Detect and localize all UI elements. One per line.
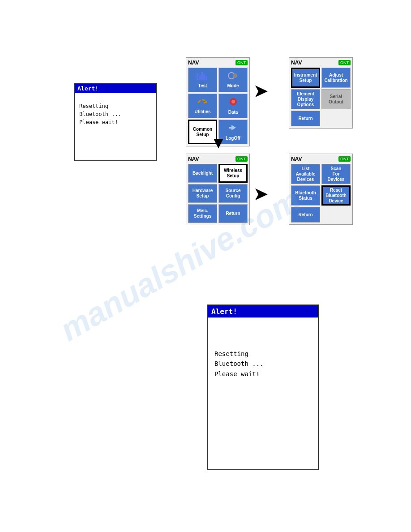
backlight-button[interactable]: Backlight xyxy=(188,164,217,183)
arrow-right-1: ➤ xyxy=(254,82,267,101)
misc-settings-label: Misc.Settings xyxy=(194,208,211,219)
test-button[interactable]: Test xyxy=(188,68,217,92)
alert-body-small: ResettingBluetooth ...Please wait! xyxy=(75,93,156,131)
list-available-devices-label: ListAvailableDevices xyxy=(296,166,316,182)
svg-rect-4 xyxy=(206,76,207,80)
svg-rect-13 xyxy=(229,127,234,129)
svg-point-12 xyxy=(231,100,235,103)
alert-body-large: ResettingBluetooth ...Please wait! xyxy=(208,317,318,383)
serial-output-button[interactable]: SerialOutput xyxy=(321,89,351,109)
adjust-calibration-label: AdjustCalibration xyxy=(324,73,347,83)
source-config-button[interactable]: SourceConfig xyxy=(218,184,248,203)
nav2-badge: ONT xyxy=(338,60,351,65)
test-label: Test xyxy=(198,83,207,89)
nav4-badge: ONT xyxy=(338,156,351,162)
nav1-label: NAV xyxy=(188,60,199,66)
nav3-label: NAV xyxy=(188,156,199,162)
nav-panel-3: NAV ONT Backlight WirelessSetup Hardware… xyxy=(186,154,250,225)
reset-bluetooth-device-button[interactable]: ResetBluetoothDevice xyxy=(321,185,351,206)
svg-rect-9 xyxy=(201,99,206,101)
svg-rect-0 xyxy=(197,73,198,80)
logoff-label: LogOff xyxy=(226,136,240,141)
data-label: Data xyxy=(228,110,238,115)
source-config-label: SourceConfig xyxy=(226,188,241,199)
element-display-options-button[interactable]: ElementDisplayOptions xyxy=(291,89,320,109)
instrument-setup-label: InstrumentSetup xyxy=(294,73,317,83)
svg-point-6 xyxy=(233,73,237,78)
bluetooth-status-button[interactable]: BluetoothStatus xyxy=(291,185,320,206)
arrow-right-2: ➤ xyxy=(254,185,267,204)
utilities-button[interactable]: Utilities xyxy=(188,94,217,118)
wireless-setup-button[interactable]: WirelessSetup xyxy=(218,164,248,183)
return4-label: Return xyxy=(298,212,313,218)
return4-button[interactable]: Return xyxy=(291,207,320,223)
nav2-label: NAV xyxy=(291,60,302,66)
return3-label: Return xyxy=(226,211,240,216)
element-display-options-label: ElementDisplayOptions xyxy=(297,91,314,107)
hardware-setup-label: HardwareSetup xyxy=(193,188,213,199)
backlight-label: Backlight xyxy=(193,171,213,176)
mode-button[interactable]: Mode xyxy=(218,68,248,92)
instrument-setup-button[interactable]: InstrumentSetup xyxy=(291,68,320,88)
reset-bluetooth-device-label: ResetBluetoothDevice xyxy=(325,188,347,204)
hardware-setup-button[interactable]: HardwareSetup xyxy=(188,184,217,203)
nav4-label: NAV xyxy=(291,156,302,162)
return2-button[interactable]: Return xyxy=(291,111,320,126)
list-available-devices-button[interactable]: ListAvailableDevices xyxy=(291,164,320,184)
alert-title-large: Alert! xyxy=(208,305,318,317)
nav-panel-4: NAV ONT ListAvailableDevices ScanForDevi… xyxy=(289,154,353,225)
logoff-icon xyxy=(227,123,240,135)
utilities-icon xyxy=(197,97,209,109)
nav1-badge: ONT xyxy=(235,60,248,65)
test-icon xyxy=(197,71,209,83)
svg-rect-2 xyxy=(201,72,203,80)
data-icon xyxy=(227,97,240,109)
misc-settings-button[interactable]: Misc.Settings xyxy=(188,204,217,223)
data-button[interactable]: Data xyxy=(218,94,248,118)
nav3-badge: ONT xyxy=(235,156,248,162)
alert-box-small: Alert! ResettingBluetooth ...Please wait… xyxy=(74,83,157,161)
serial-output-label: SerialOutput xyxy=(329,94,343,105)
svg-rect-8 xyxy=(197,99,201,103)
nav-panel-2: NAV ONT InstrumentSetup AdjustCalibratio… xyxy=(289,57,353,129)
arrow-down-1: ▼ xyxy=(210,133,227,152)
common-setup-label: CommonSetup xyxy=(193,127,212,137)
svg-rect-10 xyxy=(203,101,207,103)
alert-box-large: Alert! ResettingBluetooth ...Please wait… xyxy=(207,305,319,470)
svg-rect-3 xyxy=(203,74,205,80)
alert-title-small: Alert! xyxy=(75,84,156,93)
scan-for-devices-button[interactable]: ScanForDevices xyxy=(321,164,351,184)
return3-button[interactable]: Return xyxy=(218,204,248,223)
wireless-setup-label: WirelessSetup xyxy=(224,168,242,179)
return2-label: Return xyxy=(298,116,313,121)
svg-rect-1 xyxy=(199,75,201,80)
mode-label: Mode xyxy=(227,83,239,89)
bluetooth-status-label: BluetoothStatus xyxy=(295,190,316,201)
mode-icon xyxy=(227,71,240,83)
scan-for-devices-label: ScanForDevices xyxy=(328,166,345,182)
utilities-label: Utilities xyxy=(194,109,210,115)
adjust-calibration-button[interactable]: AdjustCalibration xyxy=(321,68,351,88)
